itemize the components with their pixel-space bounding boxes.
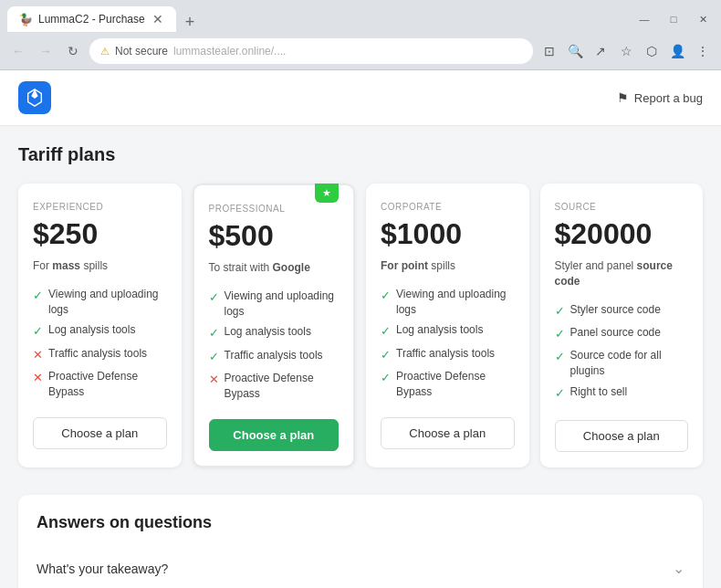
plan-price-source: $20000 (555, 217, 689, 251)
check-icon: ✓ (381, 370, 391, 386)
extensions-icon[interactable]: ⬡ (641, 40, 663, 62)
screen-cast-icon[interactable]: ⊡ (538, 40, 560, 62)
page-content: ⚑ Report a bug Tariff plans EXPERIENCED … (0, 70, 721, 588)
cross-icon: ✕ (209, 372, 219, 388)
back-button[interactable]: ← (7, 40, 29, 62)
main-content: Tariff plans EXPERIENCED $250 For mass s… (0, 126, 721, 588)
plan-features-corporate: ✓Viewing and uploading logs ✓Log analysi… (381, 287, 515, 400)
new-tab-button[interactable]: + (180, 13, 201, 32)
check-icon: ✓ (555, 303, 565, 320)
plan-card-source: SOURCE $20000 Styler and panel source co… (540, 184, 704, 467)
plan-features-professional: ✓Viewing and uploading logs ✓Log analysi… (209, 289, 340, 402)
choose-plan-corporate[interactable]: Choose a plan (381, 417, 515, 449)
plan-tier-source: SOURCE (555, 202, 689, 212)
feature-item: ✕Traffic analysis tools (33, 346, 167, 363)
choose-plan-source[interactable]: Choose a plan (555, 420, 689, 452)
badge-star-icon: ★ (322, 187, 331, 198)
check-icon: ✓ (381, 347, 391, 363)
feature-text: Proactive Defense Bypass (396, 369, 515, 400)
url-bar[interactable]: ⚠ Not secure lummastealer.online/.... (89, 38, 533, 64)
plan-price-corporate: $1000 (381, 217, 515, 251)
feature-item: ✓Source code for all plugins (555, 348, 689, 379)
profile-icon[interactable]: 👤 (666, 40, 688, 62)
cross-icon: ✕ (33, 370, 43, 386)
feature-item: ✓Proactive Defense Bypass (381, 369, 515, 400)
cross-icon: ✕ (33, 347, 43, 363)
choose-plan-professional[interactable]: Choose a plan (209, 419, 340, 451)
plan-card-experienced: EXPERIENCED $250 For mass spills ✓Viewin… (18, 184, 182, 467)
check-icon: ✓ (381, 288, 391, 304)
tab-title: LummaC2 - Purchase (38, 13, 145, 26)
minimize-button[interactable]: — (633, 10, 655, 28)
plan-desc-experienced: For mass spills (33, 258, 167, 274)
bookmark-icon[interactable]: ☆ (615, 40, 637, 62)
feature-item: ✓Styler source code (555, 302, 689, 320)
featured-badge: ★ (315, 184, 339, 203)
feature-item: ✓Panel source code (555, 325, 689, 342)
check-icon: ✓ (209, 289, 219, 306)
plan-card-professional: ★ PROFESSIONAL $500 To strait with Googl… (193, 184, 356, 467)
feature-item: ✓Traffic analysis tools (381, 346, 515, 363)
faq-item-0[interactable]: What's your takeaway? ⌄ (37, 547, 684, 588)
maximize-button[interactable]: □ (663, 10, 684, 28)
feature-item: ✓Log analysis tools (33, 322, 167, 340)
url-text: Not secure (115, 45, 168, 58)
tab-favicon: 🦆 (18, 13, 33, 26)
choose-plan-experienced[interactable]: Choose a plan (33, 417, 167, 449)
feature-item: ✕Proactive Defense Bypass (33, 369, 167, 400)
feature-text: Right to sell (570, 384, 628, 400)
plan-tier-experienced: EXPERIENCED (33, 202, 167, 212)
feature-text: Traffic analysis tools (225, 348, 323, 363)
url-domain: lummastealer.online/.... (173, 45, 286, 58)
feature-text: Viewing and uploading logs (225, 289, 340, 320)
feature-text: Proactive Defense Bypass (48, 369, 167, 400)
feature-text: Log analysis tools (48, 322, 135, 338)
tab-close-button[interactable]: ✕ (151, 12, 165, 26)
check-icon: ✓ (209, 349, 219, 365)
address-bar: ← → ↻ ⚠ Not secure lummastealer.online/.… (0, 33, 721, 69)
report-bug-link[interactable]: ⚑ Report a bug (617, 90, 703, 105)
plan-desc-source: Styler and panel source code (555, 258, 689, 289)
feature-item: ✓Log analysis tools (381, 322, 515, 340)
forward-button[interactable]: → (35, 40, 57, 62)
page-title: Tariff plans (18, 144, 703, 165)
feature-text: Styler source code (570, 302, 661, 318)
plan-tier-corporate: CORPORATE (381, 202, 515, 212)
check-icon: ✓ (555, 326, 565, 342)
tab-bar: 🦆 LummaC2 - Purchase ✕ + (7, 6, 200, 32)
feature-item: ✓Log analysis tools (209, 324, 340, 341)
feature-item: ✓Traffic analysis tools (209, 348, 340, 365)
feature-item: ✓Viewing and uploading logs (33, 287, 167, 318)
feature-item: ✓Right to sell (555, 384, 689, 402)
menu-icon[interactable]: ⋮ (692, 40, 714, 62)
check-icon: ✓ (555, 385, 565, 402)
search-icon[interactable]: 🔍 (564, 40, 586, 62)
plan-price-experienced: $250 (33, 217, 167, 251)
site-logo (18, 81, 51, 114)
check-icon: ✓ (209, 325, 219, 341)
feature-item: ✓Viewing and uploading logs (209, 289, 340, 320)
title-bar: 🦆 LummaC2 - Purchase ✕ + — □ ✕ (0, 0, 721, 33)
active-tab[interactable]: 🦆 LummaC2 - Purchase ✕ (7, 6, 176, 32)
check-icon: ✓ (381, 323, 391, 340)
reload-button[interactable]: ↻ (62, 40, 84, 62)
plan-card-corporate: CORPORATE $1000 For point spills ✓Viewin… (366, 184, 529, 467)
plan-desc-corporate: For point spills (381, 258, 515, 274)
site-header: ⚑ Report a bug (0, 70, 721, 126)
security-icon: ⚠ (100, 46, 110, 58)
toolbar-icons: ⊡ 🔍 ↗ ☆ ⬡ 👤 ⋮ (538, 40, 714, 62)
close-button[interactable]: ✕ (692, 10, 714, 28)
check-icon: ✓ (33, 288, 43, 304)
share-icon[interactable]: ↗ (590, 40, 611, 62)
plan-features-source: ✓Styler source code ✓Panel source code ✓… (555, 302, 689, 402)
faq-question-0: What's your takeaway? (37, 562, 168, 576)
feature-text: Log analysis tools (225, 324, 311, 340)
bug-icon: ⚑ (617, 90, 629, 105)
feature-text: Panel source code (570, 325, 661, 341)
plan-features-experienced: ✓Viewing and uploading logs ✓Log analysi… (33, 287, 167, 400)
report-bug-label: Report a bug (634, 91, 703, 105)
plan-desc-professional: To strait with Google (209, 260, 340, 276)
check-icon: ✓ (555, 349, 565, 365)
faq-title: Answers on questions (37, 513, 684, 532)
plan-price-professional: $500 (209, 219, 340, 253)
